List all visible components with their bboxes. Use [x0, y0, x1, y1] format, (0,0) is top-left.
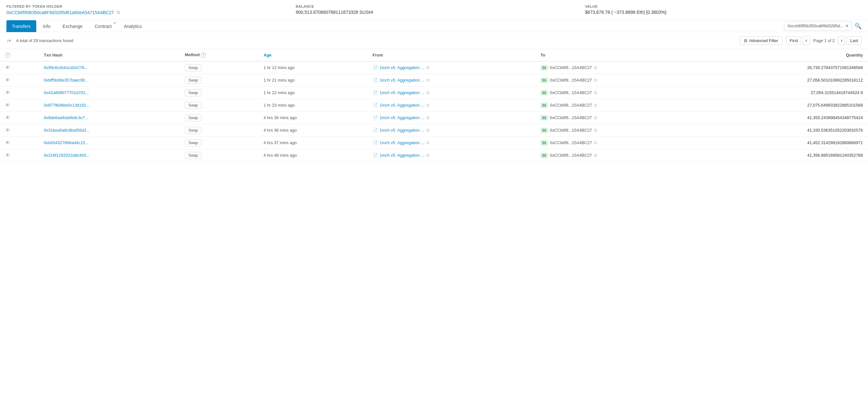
quantity-text: 27,054.315514418744524 8	[811, 90, 863, 95]
quantity-cell: 41,452.314299182880866971	[703, 137, 868, 149]
from-cell: 📄 1inch v5: Aggregation ... ⧉	[368, 149, 535, 162]
tab-analytics[interactable]: Analytics	[118, 20, 147, 32]
search-clear-button[interactable]: ×	[845, 23, 848, 29]
copy-from-icon[interactable]: ⧉	[426, 153, 429, 158]
tab-contract[interactable]: Contract ✔	[89, 20, 117, 32]
copy-to-icon[interactable]: ⧉	[594, 128, 597, 133]
to-link[interactable]: 0xCCb6f9...15A4BC27	[550, 65, 592, 70]
method-help-icon[interactable]: ?	[201, 53, 206, 58]
to-link[interactable]: 0xCCb6f9...15A4BC27	[550, 90, 592, 95]
tab-info[interactable]: Info	[37, 20, 56, 32]
pagination-next-button[interactable]: ›	[838, 36, 845, 45]
age-cell: 4 hrs 36 mins ago	[258, 124, 368, 137]
to-link[interactable]: 0xCCb6f9...15A4BC27	[550, 128, 592, 133]
eye-icon[interactable]: 👁	[5, 90, 10, 95]
doc-icon: 📄	[373, 140, 378, 145]
from-link[interactable]: 1inch v5: Aggregation ...	[380, 140, 424, 145]
age-cell: 4 hrs 37 mins ago	[258, 137, 368, 149]
quantity-text: 26,730.278437571581348568	[807, 65, 863, 70]
pagination-first-button[interactable]: First	[786, 36, 801, 45]
direction-badge: IN	[540, 140, 548, 145]
txn-hash-link[interactable]: 0x877fb06be0c13d192...	[44, 103, 90, 108]
doc-icon: 📄	[373, 65, 378, 70]
eye-icon[interactable]: 👁	[5, 103, 10, 108]
from-link[interactable]: 1inch v5: Aggregation ...	[380, 115, 424, 120]
advanced-filter-button[interactable]: ⊟ Advanced Filter	[740, 36, 782, 45]
to-link[interactable]: 0xCCb6f9...15A4BC27	[550, 115, 592, 120]
copy-from-icon[interactable]: ⧉	[426, 103, 429, 108]
eye-icon[interactable]: 👁	[5, 140, 10, 145]
col-age: Age	[258, 49, 368, 61]
txn-hash-link[interactable]: 0x8de6ad4da0bdc3c7...	[44, 115, 89, 120]
copy-to-icon[interactable]: ⧉	[594, 65, 597, 70]
copy-to-icon[interactable]: ⧉	[594, 103, 597, 108]
txn-hash-link[interactable]: 0x31bea5a6c8baf56d3...	[44, 128, 90, 133]
copy-from-icon[interactable]: ⧉	[426, 90, 429, 95]
from-link[interactable]: 1inch v5: Aggregation ...	[380, 128, 424, 133]
age-text: 4 hrs 36 mins ago	[264, 115, 297, 120]
method-cell: Swap	[180, 74, 258, 86]
txn-hash-link[interactable]: 0x316f1282022a9c493...	[44, 153, 90, 158]
txn-hash-link[interactable]: 0xb934327896ad4c15...	[44, 140, 89, 145]
eye-icon[interactable]: 👁	[5, 65, 10, 70]
eye-icon[interactable]: 👁	[5, 115, 10, 120]
col-quantity: Quantity	[703, 49, 868, 61]
col-to: To	[535, 49, 703, 61]
filter-section: FILTERED BY TOKEN HOLDER 0xCCb6f95B350ca…	[6, 4, 283, 15]
age-text: 1 hr 23 mins ago	[264, 103, 295, 108]
transactions-table: ? Txn Hash Method ? Age From To Quantity…	[0, 49, 868, 162]
search-icon-button[interactable]: 🔍	[855, 23, 862, 30]
copy-from-icon[interactable]: ⧉	[426, 65, 429, 70]
txn-hash-cell: 0xb934327896ad4c15...	[39, 137, 180, 149]
eye-icon[interactable]: 👁	[5, 152, 10, 158]
txn-hash-link[interactable]: 0x99c6c4cb1cd2e276...	[44, 65, 88, 70]
copy-to-icon[interactable]: ⧉	[594, 78, 597, 83]
age-cell: 1 hr 12 mins ago	[258, 61, 368, 74]
txn-hash-cell: 0x877fb06be0c13d192...	[39, 99, 180, 111]
to-link[interactable]: 0xCCb6f9...15A4BC27	[550, 103, 592, 108]
from-cell: 📄 1inch v5: Aggregation ... ⧉	[368, 86, 535, 99]
eye-icon[interactable]: 👁	[5, 77, 10, 83]
top-bar: FILTERED BY TOKEN HOLDER 0xCCb6f95B350ca…	[0, 0, 868, 20]
method-cell: Swap	[180, 86, 258, 99]
to-link[interactable]: 0xCCb6f9...15A4BC27	[550, 140, 592, 145]
age-text: 1 hr 12 mins ago	[264, 65, 295, 70]
method-cell: Swap	[180, 99, 258, 111]
copy-to-icon[interactable]: ⧉	[594, 115, 597, 120]
age-text: 4 hrs 48 mins ago	[264, 153, 297, 158]
from-link[interactable]: 1inch v5: Aggregation ...	[380, 90, 424, 95]
token-holder-address[interactable]: 0xCCb6f95B350ca6F9d3285d61a60eA54715A4BC…	[6, 10, 114, 15]
copy-from-icon[interactable]: ⧉	[426, 78, 429, 83]
table-row: 👁 0xbff5bd0e357baec90... Swap 1 hr 21 mi…	[0, 74, 868, 86]
copy-from-icon[interactable]: ⧉	[426, 115, 429, 120]
pagination-prev-button[interactable]: ‹	[803, 36, 810, 45]
eye-header-icon[interactable]: ?	[5, 53, 10, 58]
copy-to-icon[interactable]: ⧉	[594, 153, 597, 158]
copy-from-icon[interactable]: ⧉	[426, 140, 429, 145]
tab-exchange[interactable]: Exchange	[57, 20, 88, 32]
to-link[interactable]: 0xCCb6f9...15A4BC27	[550, 78, 592, 83]
txn-hash-link[interactable]: 0xbff5bd0e357baec90...	[44, 78, 89, 83]
to-cell: IN 0xCCb6f9...15A4BC27 ⧉	[535, 86, 703, 99]
table-row: 👁 0x99c6c4cb1cd2e276... Swap 1 hr 12 min…	[0, 61, 868, 74]
col-from: From	[368, 49, 535, 61]
copy-from-icon[interactable]: ⧉	[426, 128, 429, 133]
table-header-bar: ↓≡ A total of 29 transactions found ⊟ Ad…	[0, 32, 868, 49]
eye-cell: 👁	[0, 61, 39, 74]
to-cell: IN 0xCCb6f9...15A4BC27 ⧉	[535, 149, 703, 162]
tab-transfers[interactable]: Transfers	[6, 20, 36, 32]
from-link[interactable]: 1inch v5: Aggregation ...	[380, 78, 424, 83]
to-link[interactable]: 0xCCb6f9...15A4BC27	[550, 153, 592, 158]
copy-address-icon[interactable]: ⧉	[117, 10, 120, 15]
from-link[interactable]: 1inch v5: Aggregation ...	[380, 153, 424, 158]
table-row: 👁 0x877fb06be0c13d192... Swap 1 hr 23 mi…	[0, 99, 868, 111]
copy-to-icon[interactable]: ⧉	[594, 90, 597, 95]
eye-icon[interactable]: 👁	[5, 128, 10, 133]
from-link[interactable]: 1inch v5: Aggregation ...	[380, 103, 424, 108]
copy-to-icon[interactable]: ⧉	[594, 140, 597, 145]
quantity-text: 41,330.536351052203032576	[807, 128, 863, 133]
pagination-last-button[interactable]: Last	[846, 36, 862, 45]
txn-hash-link[interactable]: 0x42a899077701d701...	[44, 90, 89, 95]
from-link[interactable]: 1inch v5: Aggregation ...	[380, 65, 424, 70]
quantity-cell: 41,355.243998454348775424	[703, 111, 868, 124]
